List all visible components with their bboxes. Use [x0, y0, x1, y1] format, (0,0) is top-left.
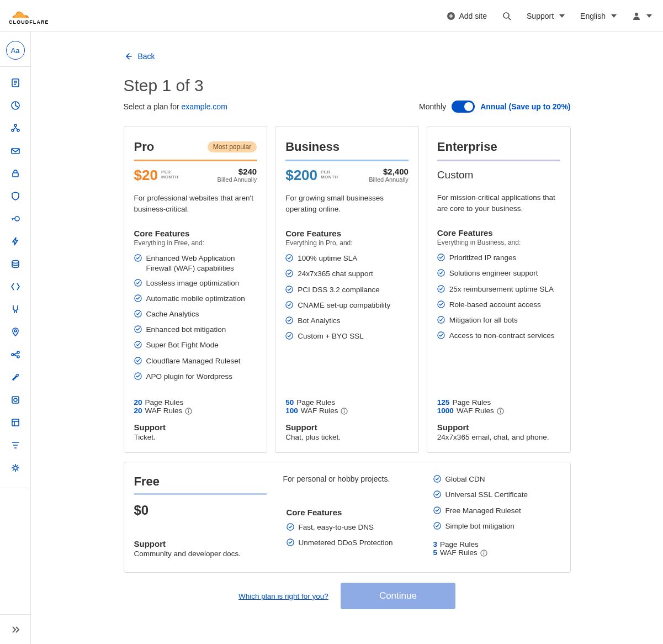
nav-filters-icon[interactable]: [10, 440, 20, 452]
nav-tools-icon[interactable]: [10, 372, 20, 384]
waf-rules: 100 WAF Rules: [285, 407, 409, 415]
feature-item: Mitigation for all bots: [437, 315, 560, 326]
add-site-link[interactable]: Add site: [447, 12, 487, 20]
check-icon: [134, 357, 142, 367]
feature-item: Universal SSL Certificate: [433, 490, 560, 501]
cloudflare-logo[interactable]: CLOUDFLARE: [9, 7, 71, 25]
chevron-down-icon: [559, 14, 565, 18]
waf-rules: 1000 WAF Rules: [437, 407, 560, 415]
subtitle: Select a plan for example.com: [124, 102, 227, 111]
support-text: 24x7x365 email, chat, and phone.: [437, 433, 560, 441]
check-icon: [287, 523, 294, 534]
check-icon: [134, 341, 142, 351]
plan-card-free[interactable]: Free $0 Support Community and developer …: [124, 462, 571, 573]
feature-item: Enhanced Web Application Firewall (WAF) …: [134, 254, 257, 273]
nav-lock-icon[interactable]: [10, 168, 20, 180]
feature-item: Solutions engineer support: [437, 268, 560, 279]
support-dropdown[interactable]: Support: [527, 12, 565, 20]
svg-point-10: [14, 124, 17, 126]
add-site-label: Add site: [459, 12, 487, 20]
feature-list: 100% uptime SLA24x7x365 chat supportPCI …: [285, 254, 409, 342]
plan-price: $200: [285, 167, 317, 184]
check-icon: [437, 285, 445, 295]
check-icon: [433, 522, 441, 532]
feature-item: Enhanced bot mitigation: [134, 325, 257, 336]
top-header: CLOUDFLARE Add site Support English: [0, 0, 663, 32]
continue-button[interactable]: Continue: [341, 583, 455, 609]
sidebar-expand-button[interactable]: [0, 614, 30, 644]
waf-rules: 5 WAF Rules: [433, 548, 560, 557]
plan-name: Pro: [134, 140, 155, 154]
annual-amount: $2,400: [369, 167, 409, 176]
feature-item: Custom + BYO SSL: [285, 331, 409, 342]
monthly-label: Monthly: [419, 102, 446, 111]
search-button[interactable]: [502, 12, 511, 20]
nav-workers-icon[interactable]: [10, 282, 20, 293]
check-icon: [433, 475, 441, 485]
feature-item: 100% uptime SLA: [285, 254, 409, 265]
nav-network-icon[interactable]: [10, 123, 20, 135]
plan-card-pro[interactable]: Pro Most popular $20 PERMONTH $240 Bille…: [124, 126, 268, 453]
info-icon[interactable]: [341, 407, 348, 415]
check-icon: [437, 254, 445, 264]
info-icon[interactable]: [185, 407, 192, 415]
nav-traffic-icon[interactable]: [10, 350, 20, 361]
svg-point-16: [12, 261, 19, 263]
annual-label: Billed Annually: [218, 176, 257, 183]
feature-item: Global CDN: [433, 474, 560, 485]
info-icon[interactable]: [480, 548, 487, 557]
nav-stream-icon[interactable]: [10, 395, 20, 407]
nav-rules-icon[interactable]: [10, 304, 20, 316]
check-icon: [437, 300, 445, 311]
billing-switch[interactable]: [452, 101, 475, 113]
feature-item: CNAME set-up compatibility: [285, 300, 409, 312]
svg-point-20: [17, 356, 19, 358]
plan-divider: [285, 160, 409, 161]
feature-list: Fast, easy-to-use DNSUnmetered DDoS Prot…: [287, 522, 417, 549]
price-unit: PERMONTH: [161, 170, 178, 180]
page-rules: 125 Page Rules: [437, 398, 560, 407]
price-unit: PERMONTH: [321, 170, 338, 180]
support-heading: Support: [285, 423, 409, 432]
nav-access-icon[interactable]: [10, 214, 20, 225]
feature-item: Cloudflare Managed Ruleset: [134, 356, 257, 367]
check-icon: [134, 310, 142, 320]
plan-divider: [134, 160, 257, 161]
svg-point-22: [14, 398, 17, 402]
support-heading: Support: [134, 423, 257, 432]
plan-desc: For personal or hobby projects.: [283, 474, 417, 483]
plan-name: Business: [285, 140, 340, 154]
nav-analytics-icon[interactable]: [10, 101, 20, 112]
back-label: Back: [138, 52, 155, 61]
info-icon[interactable]: [497, 407, 504, 415]
plan-divider: [437, 160, 560, 161]
nav-pages-icon[interactable]: [10, 418, 20, 429]
nav-apps-icon[interactable]: [10, 463, 20, 474]
back-link[interactable]: Back: [124, 52, 155, 61]
page-rules: 50 Page Rules: [285, 398, 409, 407]
plan-card-enterprise[interactable]: Enterprise Custom For mission-critical a…: [427, 126, 571, 453]
support-heading: Support: [134, 539, 267, 548]
user-icon: [632, 12, 641, 20]
nav-location-icon[interactable]: [10, 327, 20, 339]
chevron-down-icon: [646, 14, 652, 18]
plan-divider: [134, 493, 267, 495]
svg-rect-13: [12, 149, 19, 154]
account-dropdown[interactable]: [632, 12, 652, 20]
check-icon: [285, 301, 293, 312]
nav-overview-icon[interactable]: [10, 78, 20, 89]
plan-card-business[interactable]: Business $200 PERMONTH $2,400 Billed Ann…: [275, 126, 419, 453]
nav-shield-icon[interactable]: [10, 191, 20, 203]
feature-item: Role-based account access: [437, 300, 560, 311]
which-plan-link[interactable]: Which plan is right for you?: [238, 592, 328, 600]
nav-speed-icon[interactable]: [10, 236, 20, 248]
annual-amount: $240: [218, 167, 257, 176]
feature-item: Prioritized IP ranges: [437, 253, 560, 264]
check-icon: [134, 372, 142, 383]
chevron-down-icon: [611, 14, 617, 18]
nav-email-icon[interactable]: [10, 146, 20, 157]
nav-caching-icon[interactable]: [10, 259, 20, 271]
check-icon: [134, 254, 142, 265]
account-avatar[interactable]: Aa: [6, 41, 25, 60]
language-dropdown[interactable]: English: [580, 12, 617, 20]
